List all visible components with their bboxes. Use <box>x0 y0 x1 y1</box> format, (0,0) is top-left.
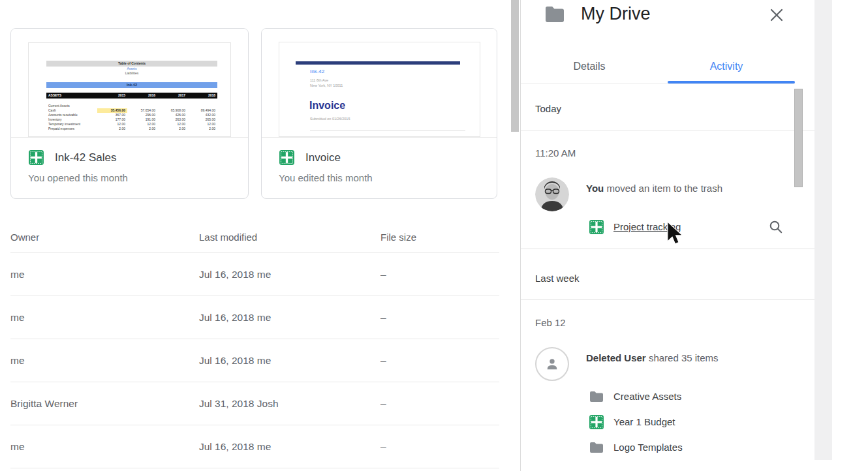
file-thumbnail-invoice[interactable]: Ink-42 111 8th Ave New York, NY 10011 In… <box>262 29 497 138</box>
sheet-preview-page: Table of Contents Assets Liabilities Ink… <box>28 42 231 137</box>
cell-last-modified: Jul 16, 2018 me <box>199 269 380 281</box>
cell-file-size: – <box>380 355 499 367</box>
feed-file-name[interactable]: Creative Assets <box>613 391 681 402</box>
sheet-header-cell: 2018 <box>187 93 217 99</box>
sheet-banner: Ink-42 <box>46 82 217 88</box>
feed-section-header: Last week <box>521 249 814 299</box>
feed-section: Today11:20 AMYou moved an item to the tr… <box>521 85 814 249</box>
feed-actor: Deleted User <box>586 352 646 363</box>
cell-owner: me <box>10 355 199 367</box>
cell-last-modified: Jul 31, 2018 Josh <box>199 398 380 410</box>
tab-details[interactable]: Details <box>521 53 658 84</box>
feed-entry-description: Deleted User shared 35 items <box>586 351 783 365</box>
feed-file-name[interactable]: Logo Templates <box>613 442 683 453</box>
sheet-cell: 12.00 <box>127 122 157 127</box>
invoice-preview-page: Ink-42 111 8th Ave New York, NY 10011 In… <box>279 42 480 137</box>
cell-owner: me <box>10 312 199 324</box>
folder-icon <box>544 5 566 23</box>
sheet-cell: 426.00 <box>157 113 187 117</box>
sheet-row: Prepaid expenses2.002.002.002.00 <box>46 127 217 131</box>
invoice-address: 111 8th Ave New York, NY 10011 <box>310 78 343 88</box>
sheet-cell <box>187 104 217 108</box>
sheet-cell: 89,494.00 <box>187 108 217 113</box>
sheet-cell: Temporary investment <box>46 122 97 127</box>
sheets-file-icon <box>589 414 604 430</box>
feed-divider <box>521 299 814 300</box>
sheet-cell: 35,456.00 <box>97 108 127 113</box>
cell-file-size: – <box>380 398 499 410</box>
sheet-data-rows: Current AssetsCash35,456.0057,654.0065,9… <box>46 104 217 131</box>
file-title[interactable]: Ink-42 Sales <box>55 151 117 164</box>
search-icon[interactable] <box>769 220 783 234</box>
sheet-cell: 12.00 <box>97 122 127 127</box>
sheets-file-icon <box>589 219 604 235</box>
feed-entry-body: You moved an item to the trashProject tr… <box>586 177 783 239</box>
invoice-company: Ink-42 <box>310 68 324 74</box>
folder-icon <box>589 440 604 455</box>
table-row[interactable]: meJul 16, 2018 me– <box>10 253 499 296</box>
suggested-file-card-ink42-sales[interactable]: Table of Contents Assets Liabilities Ink… <box>10 28 249 199</box>
feed-file-row[interactable]: Year 1 Budget <box>586 409 783 434</box>
feed-divider <box>521 130 814 130</box>
feed-file-row[interactable]: Project tracking <box>586 214 783 239</box>
feed-entry-body: Deleted User shared 35 itemsCreative Ass… <box>586 347 783 460</box>
file-activity-hint: You opened this month <box>28 172 248 185</box>
feed-entry: Deleted User shared 35 itemsCreative Ass… <box>521 347 814 460</box>
table-row[interactable]: Brigitta WernerJul 31, 2018 Josh– <box>10 382 499 425</box>
sheet-toc-title: Table of Contents <box>46 61 217 67</box>
user-avatar <box>535 177 569 211</box>
sheet-toc-link-assets: Assets <box>46 67 217 71</box>
cell-file-size: – <box>380 441 499 453</box>
active-tab-indicator <box>668 81 795 84</box>
sheet-cell: 57,654.00 <box>127 108 157 113</box>
column-header-owner[interactable]: Owner <box>10 232 199 243</box>
invoice-top-rule <box>296 61 460 65</box>
feed-timestamp: Feb 12 <box>535 316 800 330</box>
file-list-header: Owner Last modified File size <box>10 222 499 252</box>
sheet-cell: 12.00 <box>187 122 217 127</box>
feed-section: Last weekFeb 12Deleted User shared 35 it… <box>521 249 814 460</box>
main-scrollbar[interactable] <box>511 0 519 132</box>
cell-last-modified: Jul 16, 2018 me <box>199 312 380 324</box>
feed-file-name[interactable]: Year 1 Budget <box>613 416 675 427</box>
tab-bar-border <box>521 84 795 84</box>
sheet-toc-link-liabilities: Liabilities <box>46 71 217 76</box>
file-activity-hint: You edited this month <box>279 172 497 185</box>
close-icon[interactable] <box>767 5 786 25</box>
invoice-heading: Invoice <box>309 100 345 112</box>
file-title[interactable]: Invoice <box>305 151 341 164</box>
file-thumbnail-ink42-sales[interactable]: Table of Contents Assets Liabilities Ink… <box>11 29 248 138</box>
invoice-divider <box>310 130 465 131</box>
file-list: Owner Last modified File size meJul 16, … <box>10 222 499 468</box>
suggested-file-card-invoice[interactable]: Ink-42 111 8th Ave New York, NY 10011 In… <box>261 28 497 199</box>
table-row[interactable]: meJul 16, 2018 me– <box>10 296 499 339</box>
column-header-last-modified[interactable]: Last modified <box>199 232 380 243</box>
sheet-cell: 296.00 <box>127 113 157 117</box>
sheet-cell: Prepaid expenses <box>46 127 97 131</box>
feed-file-row[interactable]: Logo Templates <box>586 434 783 460</box>
sheet-header-cell: 2015 <box>97 93 127 99</box>
column-header-file-size[interactable]: File size <box>380 232 499 243</box>
card-footer: Ink-42 Sales You opened this month <box>11 138 248 185</box>
sheet-row: Accounts receivable367.00296.00426.00432… <box>46 113 217 117</box>
feed-actor: You <box>586 183 604 194</box>
sheet-preview-table: Table of Contents Assets Liabilities Ink… <box>46 61 217 131</box>
sheet-row: Temporary investment12.0012.0012.0012.00 <box>46 122 217 127</box>
tab-activity[interactable]: Activity <box>658 53 795 84</box>
sheet-cell <box>157 104 187 108</box>
sheet-row: Current Assets <box>46 104 217 108</box>
sheet-cell: 2.00 <box>187 127 217 131</box>
sheet-cell: 177.00 <box>97 117 127 122</box>
feed-timestamp: 11:20 AM <box>535 146 800 160</box>
panel-scrollbar[interactable] <box>794 89 803 187</box>
feed-file-name[interactable]: Project tracking <box>613 221 681 232</box>
feed-entry-description: You moved an item to the trash <box>586 181 783 196</box>
sheet-cell: 12.00 <box>157 122 187 127</box>
sheet-header-cell: 2016 <box>127 93 157 99</box>
feed-section-header: Today <box>521 85 814 130</box>
feed-file-row[interactable]: Creative Assets <box>586 384 783 409</box>
cell-last-modified: Jul 16, 2018 me <box>199 355 380 367</box>
sheet-cell: 2.00 <box>127 127 157 131</box>
table-row[interactable]: meJul 16, 2018 me– <box>10 425 499 468</box>
table-row[interactable]: meJul 16, 2018 me– <box>10 339 499 382</box>
